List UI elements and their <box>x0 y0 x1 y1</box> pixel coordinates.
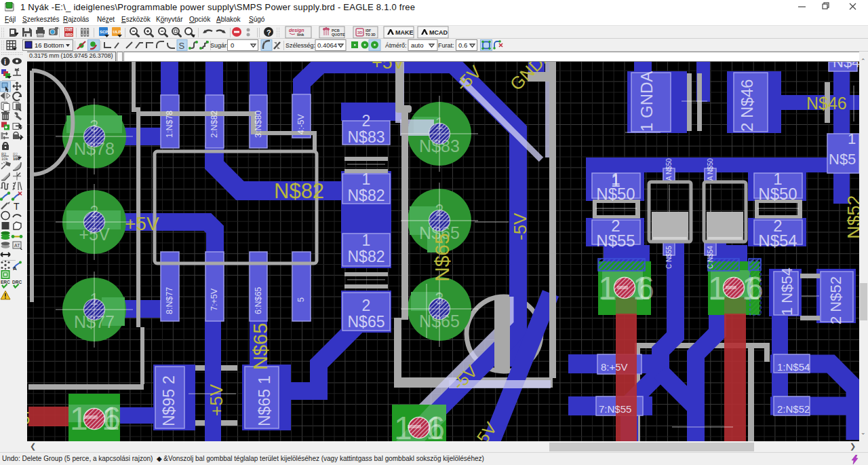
svg-text:7:N$55: 7:N$55 <box>599 403 631 415</box>
svg-text:N$50: N$50 <box>596 185 635 203</box>
svg-text:3: 3 <box>90 117 99 135</box>
svg-text:DRC: DRC <box>12 280 22 284</box>
svg-text:2: 2 <box>435 202 444 219</box>
svg-text:2: 2 <box>362 297 371 314</box>
svg-text:2 N$46: 2 N$46 <box>738 79 756 132</box>
svg-text:MCAD: MCAD <box>429 29 448 36</box>
svg-text:5: 5 <box>27 408 30 428</box>
svg-text:QUOTE: QUOTE <box>332 33 345 37</box>
svg-text:Szélesség:: Szélesség: <box>285 42 315 49</box>
svg-text:ERC: ERC <box>1 280 10 284</box>
svg-text:BRD: BRD <box>66 33 73 37</box>
svg-text:?: ? <box>267 29 271 37</box>
svg-text:ULP: ULP <box>113 30 121 34</box>
svg-text:N$83: N$83 <box>419 136 460 155</box>
svg-text:N$82: N$82 <box>348 248 385 265</box>
svg-text:Sugár:: Sugár: <box>210 42 229 49</box>
svg-text:1 GNDA: 1 GNDA <box>637 71 656 132</box>
svg-text:N$55: N$55 <box>596 231 635 250</box>
svg-text:+5V: +5V <box>79 225 110 244</box>
svg-text:A N$50: A N$50 <box>707 158 714 181</box>
svg-text:i: i <box>4 58 6 66</box>
svg-text:16 Bottom: 16 Bottom <box>35 41 64 49</box>
svg-text:N$52: N$52 <box>844 195 859 239</box>
svg-text:0.6: 0.6 <box>458 41 467 49</box>
svg-text:8:+5V: 8:+5V <box>601 361 628 373</box>
svg-text:N$83: N$83 <box>348 128 385 146</box>
svg-text:MAKE: MAKE <box>395 29 414 36</box>
svg-text:N$78: N$78 <box>74 139 115 158</box>
svg-text:2: 2 <box>362 112 371 130</box>
svg-text:auto: auto <box>411 41 424 49</box>
svg-text:N$82: N$82 <box>348 187 385 204</box>
svg-text:link: link <box>297 33 304 37</box>
svg-text:N$65: N$65 <box>348 313 385 331</box>
svg-text:0.4064: 0.4064 <box>317 41 337 49</box>
svg-text:Furat:: Furat: <box>438 42 454 49</box>
svg-text:1: 1 <box>435 115 444 132</box>
svg-text:N$4: N$4 <box>833 62 859 71</box>
svg-text:SCP: SCP <box>100 30 108 34</box>
svg-text:+5V: +5V <box>125 213 159 234</box>
svg-text:TO 3D: TO 3D <box>366 33 376 37</box>
svg-text:N$5: N$5 <box>829 151 856 168</box>
svg-text:T: T <box>14 201 20 212</box>
svg-text:6:N$65: 6:N$65 <box>254 287 263 314</box>
svg-text:1: 1 <box>598 270 616 306</box>
svg-text:C N$54: C N$54 <box>707 246 714 269</box>
svg-text:16: 16 <box>426 410 445 441</box>
svg-text:16: 16 <box>742 270 764 306</box>
svg-text:16: 16 <box>102 401 121 436</box>
svg-text:SCH: SCH <box>66 28 73 32</box>
svg-text:4:-5V: 4:-5V <box>296 113 306 134</box>
svg-text:A N$50: A N$50 <box>665 158 673 181</box>
svg-text:A: A <box>13 265 17 272</box>
svg-text:3:N$80: 3:N$80 <box>254 111 263 138</box>
svg-text:1: 1 <box>256 375 273 384</box>
svg-text:2: 2 <box>160 375 178 384</box>
svg-text:+5V: +5V <box>206 384 226 416</box>
svg-text:N$65: N$65 <box>250 323 271 370</box>
svg-text:+5V: +5V <box>372 62 405 73</box>
svg-text:-5V: -5V <box>510 212 530 240</box>
svg-text:1: 1 <box>90 291 99 308</box>
svg-text:5: 5 <box>296 297 306 302</box>
svg-text:16: 16 <box>633 270 654 306</box>
svg-text:N$65: N$65 <box>419 312 460 331</box>
svg-text:1: 1 <box>708 270 726 306</box>
svg-text:1: 1 <box>848 130 856 147</box>
svg-text:1: 1 <box>362 170 371 188</box>
svg-text:N$95: N$95 <box>160 389 178 426</box>
svg-text:10k: 10k <box>1 157 9 161</box>
svg-text:0: 0 <box>231 41 234 49</box>
svg-text:N$65: N$65 <box>431 233 453 282</box>
svg-text:8:N$77: 8:N$77 <box>165 287 174 314</box>
svg-text:2 N$52: 2 N$52 <box>827 276 844 324</box>
svg-text:S: S <box>179 41 185 51</box>
svg-text:1 N$54: 1 N$54 <box>778 267 795 316</box>
svg-text:1: 1 <box>362 231 371 249</box>
svg-text:N$50: N$50 <box>758 185 797 203</box>
svg-text:N$54: N$54 <box>758 231 797 250</box>
svg-text:R2: R2 <box>13 152 18 156</box>
svg-text:3D: 3D <box>357 31 363 35</box>
svg-text:1:N$54: 1:N$54 <box>777 361 810 373</box>
svg-text:2:N$82: 2:N$82 <box>210 111 219 138</box>
svg-text:N$77: N$77 <box>74 312 115 331</box>
svg-text:N$65: N$65 <box>256 389 273 426</box>
svg-text:N$46: N$46 <box>806 94 847 113</box>
svg-text:AT: AT <box>14 243 20 248</box>
svg-text:N$82: N$82 <box>274 179 324 203</box>
svg-text:7:+5V: 7:+5V <box>210 288 219 311</box>
svg-text:Átmérő:: Átmérő: <box>385 42 407 49</box>
svg-text:R2: R2 <box>1 152 6 156</box>
svg-text:1:N$78: 1:N$78 <box>165 111 174 138</box>
svg-text:2:N$52: 2:N$52 <box>777 403 810 415</box>
svg-text:C N$55: C N$55 <box>665 246 673 269</box>
svg-text:2: 2 <box>90 203 99 221</box>
svg-text:3: 3 <box>435 290 444 308</box>
